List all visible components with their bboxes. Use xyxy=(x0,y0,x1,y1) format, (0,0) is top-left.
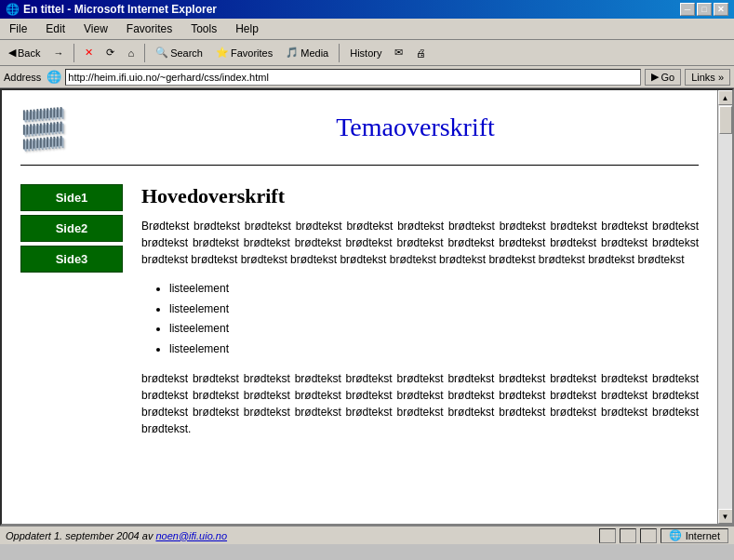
history-icon: History xyxy=(350,47,381,59)
list-item: listeelement xyxy=(169,319,699,340)
forward-button[interactable]: → xyxy=(48,43,68,63)
go-label: Go xyxy=(661,72,674,83)
media-icon: 🎵 xyxy=(286,47,299,59)
history-button[interactable]: History xyxy=(345,43,386,63)
scroll-down-button[interactable]: ▼ xyxy=(718,509,733,524)
refresh-button[interactable]: ⟳ xyxy=(101,43,119,63)
status-panel-2 xyxy=(620,528,636,543)
favorites-button[interactable]: ⭐ Favorites xyxy=(211,43,277,63)
address-label: Address xyxy=(4,72,41,83)
favorites-icon: ⭐ xyxy=(216,47,229,59)
body-paragraph-2: brødtekst brødtekst brødtekst brødtekst … xyxy=(141,370,699,437)
scroll-thumb[interactable] xyxy=(719,106,732,134)
close-button[interactable]: ✕ xyxy=(714,3,728,16)
list-item: listeelement xyxy=(169,340,699,360)
footer-link[interactable]: noen@ifi.uio.no xyxy=(155,530,227,541)
scroll-up-button[interactable]: ▲ xyxy=(718,90,733,105)
internet-label: Internet xyxy=(686,530,720,541)
maximize-button[interactable]: □ xyxy=(697,3,712,16)
sidebar-nav: Side1 Side2 Side3 xyxy=(20,184,123,448)
toolbar-separator-3 xyxy=(339,44,340,62)
home-icon: ⌂ xyxy=(127,47,134,59)
stop-button[interactable]: ✕ xyxy=(80,43,98,63)
scroll-track[interactable] xyxy=(718,105,733,509)
go-arrow-icon: ▶ xyxy=(651,71,659,83)
menu-file[interactable]: File xyxy=(4,20,33,37)
toolbar: ◀ Back → ✕ ⟳ ⌂ 🔍 Search ⭐ Favorites 🎵 Me… xyxy=(0,40,734,66)
list-item: listeelement xyxy=(169,300,699,320)
page-body: Side1 Side2 Side3 Hovedoverskrift Brødte… xyxy=(20,184,699,448)
home-button[interactable]: ⌂ xyxy=(123,43,139,63)
list-items: listeelement listeelement listeelement l… xyxy=(141,279,699,359)
print-button[interactable]: 🖨 xyxy=(411,43,431,63)
page-content: IIIIIIIIIIIIIIIIIIIIIIIIIIIIIIIIIIII Tem… xyxy=(2,90,717,524)
browser-area: IIIIIIIIIIIIIIIIIIIIIIIIIIIIIIIIIIII Tem… xyxy=(0,88,734,526)
search-label: Search xyxy=(170,47,203,59)
main-content: Hovedoverskrift Brødtekst brødtekst brød… xyxy=(141,184,699,448)
media-label: Media xyxy=(300,47,328,59)
address-input[interactable] xyxy=(65,69,641,86)
menu-bar: File Edit View Favorites Tools Help xyxy=(0,19,734,40)
logo-area: IIIIIIIIIIIIIIIIIIIIIIIIIIIIIIIIIIII xyxy=(20,100,132,155)
links-button[interactable]: Links » xyxy=(685,69,730,86)
footer-text: Oppdatert 1. september 2004 av xyxy=(6,530,153,541)
nav-side2[interactable]: Side2 xyxy=(20,215,123,242)
menu-tools[interactable]: Tools xyxy=(185,20,222,37)
refresh-icon: ⟳ xyxy=(106,47,114,59)
main-heading: Hovedoverskrift xyxy=(141,184,699,208)
back-icon: ◀ xyxy=(8,47,16,59)
nav-side1[interactable]: Side1 xyxy=(20,184,123,211)
back-button[interactable]: ◀ Back xyxy=(4,43,45,63)
back-label: Back xyxy=(18,47,40,59)
menu-view[interactable]: View xyxy=(78,20,113,37)
menu-help[interactable]: Help xyxy=(230,20,264,37)
forward-icon: → xyxy=(53,47,63,59)
status-panel-3 xyxy=(640,528,657,543)
status-panel-1 xyxy=(599,528,616,543)
media-button[interactable]: 🎵 Media xyxy=(281,43,333,63)
vertical-scrollbar[interactable]: ▲ ▼ xyxy=(717,90,732,524)
status-bar: Oppdatert 1. september 2004 av noen@ifi.… xyxy=(0,526,734,544)
links-label: Links » xyxy=(691,72,724,83)
window-title: En tittel - Microsoft Internet Explorer xyxy=(23,3,217,16)
nav-side3[interactable]: Side3 xyxy=(20,246,123,273)
mail-button[interactable]: ✉ xyxy=(390,43,407,63)
title-left: 🌐 En tittel - Microsoft Internet Explore… xyxy=(6,3,217,16)
mail-icon: ✉ xyxy=(394,47,403,59)
address-icon: 🌐 xyxy=(47,70,61,84)
list-item: listeelement xyxy=(169,279,699,300)
status-footer: Oppdatert 1. september 2004 av noen@ifi.… xyxy=(6,530,227,541)
status-right: 🌐 Internet xyxy=(599,528,728,543)
logo-image: IIIIIIIIIIIIIIIIIIIIIIIIIIIIIIIIIIII xyxy=(20,100,132,155)
print-icon: 🖨 xyxy=(416,47,426,59)
favorites-label: Favorites xyxy=(231,47,273,59)
menu-edit[interactable]: Edit xyxy=(40,20,71,37)
stop-icon: ✕ xyxy=(85,47,93,59)
page-header: IIIIIIIIIIIIIIIIIIIIIIIIIIIIIIIIIIII Tem… xyxy=(20,100,699,166)
body-paragraph-1: Brødtekst brødtekst brødtekst brødtekst … xyxy=(141,218,699,268)
toolbar-separator-2 xyxy=(144,44,145,62)
theme-title: Temaoverskrift xyxy=(132,113,699,142)
address-bar: Address 🌐 ▶ Go Links » xyxy=(0,66,734,88)
search-icon: 🔍 xyxy=(155,47,168,59)
menu-favorites[interactable]: Favorites xyxy=(121,20,178,37)
toolbar-separator-1 xyxy=(73,44,74,62)
minimize-button[interactable]: ─ xyxy=(680,3,695,16)
go-button[interactable]: ▶ Go xyxy=(645,69,681,86)
window-title-bar: 🌐 En tittel - Microsoft Internet Explore… xyxy=(0,0,734,19)
internet-icon: 🌐 xyxy=(669,529,682,541)
window-controls: ─ □ ✕ xyxy=(680,3,728,16)
ie-icon: 🌐 xyxy=(6,3,20,16)
internet-status: 🌐 Internet xyxy=(661,528,728,543)
search-button[interactable]: 🔍 Search xyxy=(151,43,207,63)
